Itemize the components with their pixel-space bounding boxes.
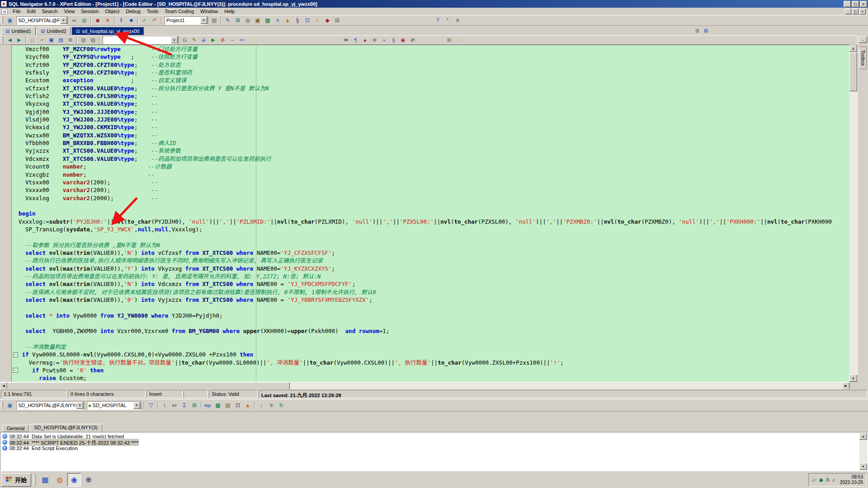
options-icon[interactable]: ≡ xyxy=(453,16,462,25)
db-explorer-icon[interactable]: ⊞ xyxy=(233,16,243,25)
pause-icon[interactable]: ‖ xyxy=(116,16,126,25)
vertical-scroll-thumb[interactable] xyxy=(849,52,857,91)
describe-object-icon[interactable]: ✎ xyxy=(189,36,199,44)
close-button[interactable]: ✕ xyxy=(859,9,866,14)
project-combo[interactable]: Project1▼ xyxy=(165,16,208,25)
editor-vertical-scrollbar[interactable]: ▲ ▼ xyxy=(849,45,857,382)
title-bar[interactable]: ◆ SQL Navigator 6.7.0 - XPert Edition - … xyxy=(0,0,868,8)
output-scrollbar[interactable]: ▲ ▼ xyxy=(859,433,867,470)
db-navigator-icon[interactable]: ◎ xyxy=(243,16,253,25)
benchmark-icon[interactable]: ⊡ xyxy=(302,16,312,25)
export-icon[interactable]: ↓ xyxy=(256,401,266,410)
compile-icon[interactable]: ⊕ xyxy=(370,36,379,44)
layout-icon[interactable]: ▨ xyxy=(88,36,98,44)
dropdown-arrow-icon[interactable]: ▼ xyxy=(133,402,140,409)
snippet-icon[interactable]: § xyxy=(389,36,398,44)
form-view-icon[interactable]: ▤ xyxy=(223,401,233,410)
menu-help[interactable]: Help xyxy=(221,8,238,15)
message-icon[interactable]: ◆ xyxy=(819,477,823,483)
project-manager-icon[interactable]: ▤ xyxy=(209,16,219,25)
chart-icon[interactable]: ▲ xyxy=(283,16,292,25)
menu-view[interactable]: View xyxy=(61,8,78,15)
scroll-right-icon[interactable]: ▶ xyxy=(842,382,849,389)
bookmark-icon[interactable]: ¶ xyxy=(351,36,360,44)
menu-team-coding[interactable]: Team Coding xyxy=(161,8,197,15)
code-area[interactable]: Vmzcf00 YF_MZCF00%rowtype --门诊处方行变量 Vzyc… xyxy=(12,45,832,382)
menu-session[interactable]: Session xyxy=(78,8,102,15)
scroll-down-icon[interactable]: ▼ xyxy=(859,463,867,470)
sql-editor-icon[interactable]: ✎ xyxy=(223,16,233,25)
help-icon[interactable]: ? xyxy=(433,16,443,25)
output-log[interactable]: i08:32:44 Data Set is Updateable; 21 row… xyxy=(0,432,868,471)
session-combo[interactable]: SD_HOSPITAL@FJLNYY(▼ xyxy=(16,16,68,25)
device-icon[interactable]: ▱ xyxy=(812,477,816,483)
session-window-icon[interactable]: ▣ xyxy=(5,16,15,25)
dropdown-arrow-icon[interactable]: ▼ xyxy=(60,17,67,24)
xy-axes-icon[interactable]: XY xyxy=(170,401,179,410)
close-session-icon[interactable]: ✕ xyxy=(103,16,113,25)
editor-horizontal-scrollbar[interactable]: ◀ ▶ xyxy=(0,382,849,389)
menu-search[interactable]: Search xyxy=(39,8,61,15)
refresh-grid-icon[interactable]: ↻ xyxy=(276,401,286,410)
maximize-button[interactable]: □ xyxy=(852,1,859,7)
web-support-icon[interactable]: ◍ xyxy=(79,16,89,25)
session-window-icon[interactable]: ▣ xyxy=(5,401,15,410)
more-icon[interactable]: ‥ xyxy=(859,36,867,43)
goto-line-icon[interactable]: ≫ xyxy=(341,36,351,44)
tab-Untitled2[interactable]: ▤Untitled2 xyxy=(36,27,71,35)
step-icon[interactable]: ↦ xyxy=(237,36,246,44)
wizard-icon[interactable]: * xyxy=(443,16,453,25)
toolbar-grip[interactable] xyxy=(1,17,3,24)
scroll-left-icon[interactable]: ◀ xyxy=(0,382,7,389)
tuning-icon[interactable]: ◆ xyxy=(322,16,332,25)
pivot-icon[interactable]: ⊡ xyxy=(233,401,243,410)
dropdown-arrow-icon[interactable]: ▼ xyxy=(76,402,83,409)
child-document-icon[interactable]: ▤ xyxy=(1,9,8,14)
macro-icon[interactable]: ◉ xyxy=(398,36,408,44)
scheduler-icon[interactable]: ○ xyxy=(312,16,322,25)
window-list-icon[interactable]: ▧ xyxy=(702,27,710,34)
horizontal-scroll-thumb[interactable] xyxy=(7,382,290,389)
output-window-icon[interactable]: ▣ xyxy=(253,16,263,25)
output-tab-sd_hospital@fjlnyy(3)[interactable]: SD_HOSPITAL@FJLNYY(3) xyxy=(29,424,102,432)
menu-file[interactable]: File xyxy=(9,8,24,15)
menu-debug[interactable]: Debug xyxy=(123,8,143,15)
object-combo[interactable]: SD_HOSPITAL@FJLNYY(3):sp_yj...▼ xyxy=(16,401,84,410)
navigator-splash-button[interactable]: ⊕ xyxy=(82,473,95,487)
toolbar-grip[interactable] xyxy=(1,37,3,44)
dropdown-arrow-icon[interactable]: ▼ xyxy=(171,37,178,43)
split-view-icon[interactable]: ▥ xyxy=(79,36,88,44)
menu-window[interactable]: Window xyxy=(197,8,221,15)
sum-icon[interactable]: Σ xyxy=(179,401,189,410)
toolbar-grip[interactable] xyxy=(1,402,3,409)
stop-icon[interactable]: ■ xyxy=(126,16,136,25)
filter-icon[interactable]: ▽ xyxy=(146,401,156,410)
breakpoint-icon[interactable]: ● xyxy=(360,36,370,44)
chart-view-icon[interactable]: ▲ xyxy=(243,401,253,410)
grid-view-icon[interactable]: ▦ xyxy=(213,401,223,410)
ime-icon[interactable]: A xyxy=(826,477,830,483)
sort-icon[interactable]: ↕ xyxy=(160,401,170,410)
sql-log-icon[interactable]: SQL xyxy=(203,401,213,410)
schema-combo[interactable]: ♣SD_HOSPITAL▼ xyxy=(87,401,141,410)
back-icon[interactable]: ◀ xyxy=(5,36,14,44)
toolbox-toggle-icon[interactable]: ⊞ xyxy=(444,36,454,44)
window-split-icon[interactable]: ▥ xyxy=(693,27,701,34)
toolbox-tab[interactable]: Toolbox xyxy=(859,47,867,69)
explain-plan-icon[interactable]: ⊟ xyxy=(332,16,342,25)
save-icon[interactable]: ▣ xyxy=(47,36,56,44)
save-as-icon[interactable]: ▤ xyxy=(56,36,66,44)
fold-collapse-icon[interactable]: − xyxy=(13,368,18,373)
cancel-icon[interactable]: ⊘ xyxy=(218,36,227,44)
new-file-icon[interactable]: □ xyxy=(28,36,37,44)
quick-launch-grip[interactable] xyxy=(33,474,36,485)
fetch-all-icon[interactable]: ⇊ xyxy=(199,36,208,44)
menu-object[interactable]: Object xyxy=(102,8,123,15)
group-by-icon[interactable]: ⊞ xyxy=(189,401,199,410)
volume-icon[interactable]: ♪ xyxy=(832,477,835,483)
rollback-icon[interactable]: ↶ xyxy=(150,16,160,25)
forward-icon[interactable]: ▶ xyxy=(14,36,24,44)
code-analysis-icon[interactable]: § xyxy=(292,16,302,25)
browser-icon[interactable]: ◍ xyxy=(53,473,66,487)
print-icon[interactable]: ⊞ xyxy=(66,36,75,44)
